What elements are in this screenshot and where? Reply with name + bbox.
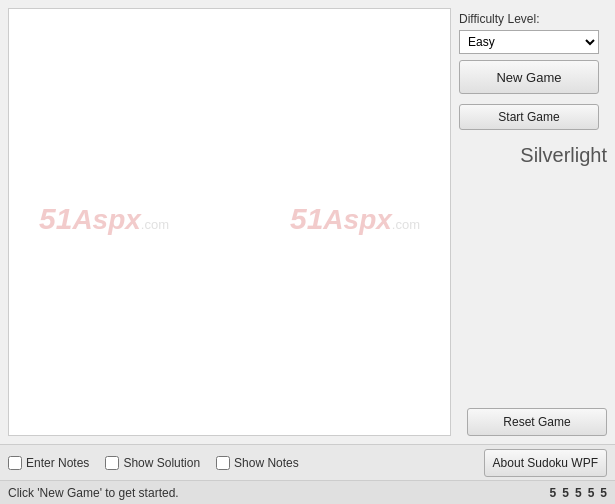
logo-left: 51 Aspx .com bbox=[39, 202, 169, 236]
new-game-button[interactable]: New Game bbox=[459, 60, 599, 94]
right-panel: Difficulty Level: Easy Medium Hard Exper… bbox=[455, 0, 615, 444]
logo-right-dotcom: .com bbox=[392, 217, 420, 232]
difficulty-label: Difficulty Level: bbox=[459, 12, 607, 26]
game-board: 51 Aspx .com 51 Aspx .com bbox=[8, 8, 451, 436]
about-button[interactable]: About Sudoku WPF bbox=[484, 449, 607, 477]
status-text: Click 'New Game' to get started. bbox=[8, 486, 179, 500]
logo-right: 51 Aspx .com bbox=[290, 202, 420, 236]
enter-notes-label: Enter Notes bbox=[26, 456, 89, 470]
show-notes-checkbox[interactable] bbox=[216, 456, 230, 470]
show-solution-checkbox[interactable] bbox=[105, 456, 119, 470]
score-3: 5 bbox=[575, 486, 582, 500]
enter-notes-group: Enter Notes bbox=[8, 456, 89, 470]
start-game-button[interactable]: Start Game bbox=[459, 104, 599, 130]
status-bar: Click 'New Game' to get started. 5 5 5 5… bbox=[0, 480, 615, 504]
logo-left-num: 51 bbox=[39, 202, 72, 236]
bottom-bar: Enter Notes Show Solution Show Notes Abo… bbox=[0, 444, 615, 480]
show-notes-label: Show Notes bbox=[234, 456, 299, 470]
logo-right-name: Aspx bbox=[323, 204, 391, 236]
score-4: 5 bbox=[588, 486, 595, 500]
score-1: 5 bbox=[550, 486, 557, 500]
logo-left-name: Aspx bbox=[72, 204, 140, 236]
score-2: 5 bbox=[562, 486, 569, 500]
enter-notes-checkbox[interactable] bbox=[8, 456, 22, 470]
logo-left-dotcom: .com bbox=[141, 217, 169, 232]
difficulty-select[interactable]: Easy Medium Hard Expert bbox=[459, 30, 599, 54]
silverlight-label: Silverlight bbox=[459, 144, 607, 167]
difficulty-section: Difficulty Level: Easy Medium Hard Exper… bbox=[459, 12, 607, 54]
reset-game-button[interactable]: Reset Game bbox=[467, 408, 607, 436]
score-nums: 5 5 5 5 5 bbox=[550, 486, 607, 500]
show-solution-group: Show Solution bbox=[105, 456, 200, 470]
logo-right-num: 51 bbox=[290, 202, 323, 236]
score-5: 5 bbox=[600, 486, 607, 500]
show-solution-label: Show Solution bbox=[123, 456, 200, 470]
show-notes-group: Show Notes bbox=[216, 456, 299, 470]
